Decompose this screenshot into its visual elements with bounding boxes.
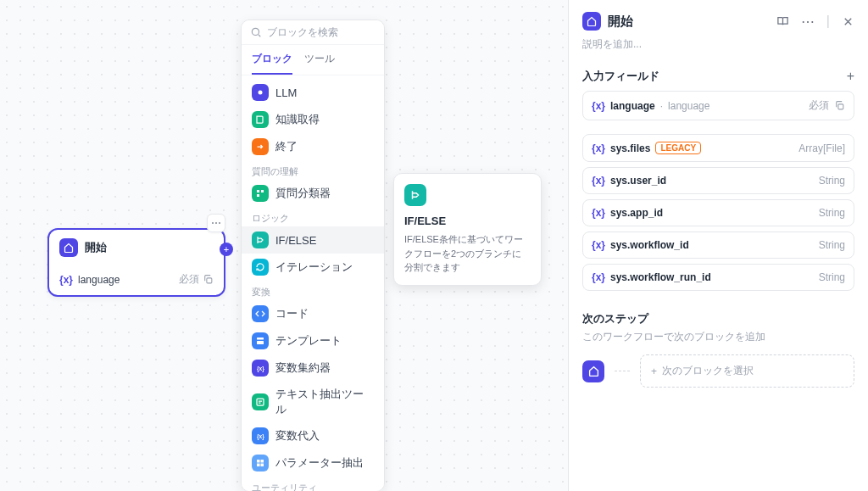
connector-line [615, 371, 630, 371]
next-block-selector[interactable]: + 次のブロックを選択 [640, 354, 854, 388]
section-question: 質問の理解 [242, 160, 384, 180]
svg-point-1 [252, 28, 259, 35]
field-card-sys-workflow-run-id[interactable]: {x}sys.workflow_run_id String [582, 264, 854, 291]
svg-rect-14 [261, 464, 264, 467]
svg-rect-0 [207, 278, 212, 283]
field-card-sys-workflow-id[interactable]: {x}sys.workflow_id String [582, 232, 854, 259]
svg-point-2 [259, 91, 263, 95]
panel-title: 開始 [608, 14, 633, 30]
block-panel-tabs: ブロック ツール [242, 45, 384, 75]
block-item-classifier[interactable]: 質問分類器 [242, 180, 384, 207]
template-icon [252, 332, 269, 349]
block-item-template[interactable]: テンプレート [242, 327, 384, 354]
input-fields-title: 入力フィールド [582, 69, 659, 84]
home-icon [582, 12, 601, 31]
extract-icon [252, 393, 269, 410]
aggregator-icon: {x} [252, 360, 269, 377]
block-item-end[interactable]: 終了 [242, 133, 384, 160]
assign-icon: {x} [252, 427, 269, 444]
panel-description[interactable]: 説明を追加... [582, 37, 854, 52]
block-search-input[interactable] [267, 26, 376, 38]
start-node[interactable]: 開始 {x} language 必須 [47, 228, 225, 297]
block-item-iteration[interactable]: イテレーション [242, 254, 384, 281]
start-node-header: 開始 [49, 230, 224, 265]
llm-icon [252, 84, 269, 101]
svg-rect-15 [838, 104, 843, 109]
field-card-sys-files[interactable]: {x} sys.files LEGACY Array[File] [582, 134, 854, 162]
add-field-button[interactable]: + [847, 69, 854, 84]
svg-rect-13 [257, 464, 260, 467]
param-icon [252, 455, 269, 471]
block-item-knowledge[interactable]: 知識取得 [242, 106, 384, 133]
field-card-sys-user-id[interactable]: {x}sys.user_id String [582, 167, 854, 194]
legacy-badge: LEGACY [655, 142, 701, 154]
arrow-out-icon [252, 138, 269, 155]
block-list: LLM 知識取得 終了 質問の理解 質問分類器 ロジック IF/ELSE イテレ… [242, 75, 384, 491]
tooltip-desc: IF/ELSE条件に基づいてワークフローを2つのブランチに分割できます [404, 232, 531, 275]
next-step-title: 次のステップ [582, 311, 854, 326]
workflow-canvas[interactable]: 開始 {x} language 必須 ⋯ + ブロック ツール LLM 知識取得… [0, 0, 568, 491]
next-step-subtitle: このワークフローで次のブロックを追加 [582, 330, 854, 344]
svg-text:{x}: {x} [257, 433, 264, 440]
section-logic: ロジック [242, 207, 384, 226]
block-item-param-extract[interactable]: パラメーター抽出 [242, 449, 384, 477]
field-card-language[interactable]: {x} language · language 必須 [582, 91, 854, 120]
variable-icon: {x} [592, 239, 605, 251]
section-transform: 変換 [242, 281, 384, 300]
home-icon [582, 360, 604, 382]
start-node-title: 開始 [85, 240, 107, 255]
svg-rect-4 [261, 190, 264, 192]
side-panel: 開始 ⋯ | 説明を追加... 入力フィールド + {x} language ·… [568, 0, 868, 491]
branch-icon [252, 232, 269, 248]
variable-icon: {x} [592, 142, 605, 154]
section-utility: ユーティリティ [242, 477, 384, 491]
block-item-assign[interactable]: {x}変数代入 [242, 422, 384, 449]
svg-rect-11 [257, 460, 260, 463]
classifier-icon [252, 185, 269, 202]
more-icon[interactable]: ⋯ [801, 14, 815, 30]
branch-icon [404, 184, 426, 206]
svg-rect-5 [257, 194, 259, 197]
close-icon[interactable] [842, 15, 854, 28]
variable-icon: {x} [592, 175, 605, 187]
variable-icon: {x} [59, 274, 73, 286]
home-icon [59, 238, 78, 257]
tab-tools[interactable]: ツール [304, 45, 335, 75]
start-node-field: {x} language 必須 [49, 265, 224, 295]
block-item-aggregator[interactable]: {x}変数集約器 [242, 354, 384, 382]
copy-icon[interactable] [834, 100, 845, 111]
svg-rect-6 [257, 338, 264, 340]
variable-icon: {x} [592, 271, 605, 283]
tooltip-title: IF/ELSE [404, 215, 531, 227]
block-tooltip: IF/ELSE IF/ELSE条件に基づいてワークフローを2つのブランチに分割で… [393, 173, 542, 286]
loop-icon [252, 259, 269, 276]
book-open-icon[interactable] [776, 15, 789, 28]
block-item-ifelse[interactable]: IF/ELSE [242, 226, 384, 254]
svg-text:{x}: {x} [257, 365, 264, 372]
add-node-button[interactable]: + [220, 243, 233, 256]
variable-icon: {x} [592, 207, 605, 219]
block-search[interactable] [242, 20, 384, 45]
search-icon [250, 26, 262, 38]
book-icon [252, 111, 269, 128]
svg-rect-3 [257, 190, 259, 192]
node-more-button[interactable]: ⋯ [207, 214, 225, 232]
block-item-code[interactable]: コード [242, 300, 384, 327]
svg-rect-7 [257, 341, 264, 344]
svg-rect-12 [261, 460, 264, 463]
svg-rect-9 [257, 399, 264, 405]
field-card-sys-app-id[interactable]: {x}sys.app_id String [582, 199, 854, 226]
code-icon [252, 305, 269, 322]
tab-blocks[interactable]: ブロック [252, 45, 292, 75]
variable-icon: {x} [592, 100, 605, 112]
block-item-llm[interactable]: LLM [242, 79, 384, 106]
copy-icon [203, 274, 214, 285]
block-item-text-extract[interactable]: テキスト抽出ツール [242, 382, 384, 422]
block-picker-panel: ブロック ツール LLM 知識取得 終了 質問の理解 質問分類器 ロジック IF… [241, 20, 385, 491]
